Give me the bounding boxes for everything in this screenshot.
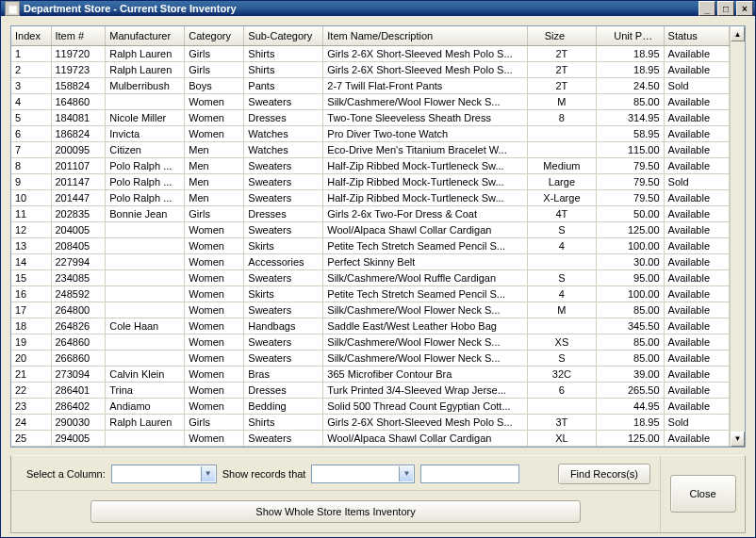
table-row[interactable]: 23286402AndiamoWomenBeddingSolid 500 Thr… <box>11 398 730 414</box>
cell[interactable]: 18.95 <box>597 414 664 430</box>
cell[interactable]: 290030 <box>51 414 106 430</box>
cell[interactable]: 294005 <box>51 430 106 446</box>
cell[interactable]: Dresses <box>244 205 323 221</box>
cell[interactable]: Women <box>185 93 244 109</box>
cell[interactable]: Trina <box>106 382 185 398</box>
cell[interactable]: Men <box>185 189 244 205</box>
cell[interactable]: Available <box>664 45 729 61</box>
cell[interactable] <box>106 237 185 253</box>
table-row[interactable]: 8201107Polo Ralph ...MenSweatersHalf-Zip… <box>11 157 730 173</box>
cell[interactable]: Saddle East/West Leather Hobo Bag <box>323 318 527 334</box>
cell[interactable]: Pants <box>244 77 323 93</box>
table-row[interactable]: 18264826Cole HaanWomenHandbagsSaddle Eas… <box>11 318 730 334</box>
cell[interactable]: M <box>527 302 597 318</box>
table-row[interactable]: 19264860WomenSweatersSilk/Cashmere/Wool … <box>11 334 730 350</box>
cell[interactable]: 286402 <box>51 398 106 414</box>
cell[interactable]: 5 <box>11 109 51 125</box>
cell[interactable]: Available <box>664 61 729 77</box>
cell[interactable]: XS <box>527 334 597 350</box>
cell[interactable]: 6 <box>11 125 51 141</box>
cell[interactable]: Silk/Cashmere/Wool Flower Neck S... <box>323 350 527 366</box>
cell[interactable]: Perfect Skinny Belt <box>323 253 527 269</box>
cell[interactable]: Available <box>664 430 729 446</box>
cell[interactable]: Available <box>664 318 729 334</box>
cell[interactable]: Wool/Alpaca Shawl Collar Cardigan <box>323 430 527 446</box>
cell[interactable]: Ralph Lauren <box>106 61 185 77</box>
cell[interactable]: Sold <box>664 414 729 430</box>
cell[interactable]: Girls <box>185 414 244 430</box>
cell[interactable]: 201147 <box>51 173 106 189</box>
cell[interactable]: 2T <box>527 45 597 61</box>
cell[interactable]: 3 <box>11 77 51 93</box>
cell[interactable]: 32C <box>527 366 597 382</box>
cell[interactable]: Boys <box>185 77 244 93</box>
cell[interactable]: Girls 2-6X Short-Sleeved Mesh Polo S... <box>323 414 527 430</box>
table-row[interactable]: 7200095CitizenMenWatchesEco-Drive Men's … <box>11 141 730 157</box>
cell[interactable]: S <box>527 269 597 285</box>
cell[interactable]: Girls <box>185 205 244 221</box>
cell[interactable]: X-Large <box>527 189 597 205</box>
cell[interactable]: 125.00 <box>597 430 664 446</box>
grid-header-row[interactable]: Index Item # Manufacturer Category Sub-C… <box>11 26 730 45</box>
cell[interactable] <box>106 93 185 109</box>
table-row[interactable]: 14227994WomenAccessoriesPerfect Skinny B… <box>11 253 730 269</box>
cell[interactable]: Turk Printed 3/4-Sleeved Wrap Jerse... <box>323 382 527 398</box>
vertical-scrollbar[interactable]: ▲ ▼ <box>730 26 745 447</box>
cell[interactable]: 286401 <box>51 382 106 398</box>
show-all-button[interactable]: Show Whole Store Items Inventory <box>90 500 581 523</box>
cell[interactable]: Women <box>185 237 244 253</box>
cell[interactable] <box>106 221 185 237</box>
cell[interactable]: Girls 2-6X Short-Sleeved Mesh Polo S... <box>323 61 527 77</box>
cell[interactable]: Available <box>664 93 729 109</box>
cell[interactable]: 79.50 <box>597 157 664 173</box>
cell[interactable]: Petite Tech Stretch Seamed Pencil S... <box>323 237 527 253</box>
cell[interactable]: 85.00 <box>597 350 664 366</box>
cell[interactable]: 50.00 <box>597 205 664 221</box>
cell[interactable]: 4 <box>527 237 597 253</box>
table-row[interactable]: 3158824MulberribushBoysPants2-7 Twill Fl… <box>11 77 730 93</box>
cell[interactable]: Sweaters <box>244 269 323 285</box>
cell[interactable]: Invicta <box>106 125 185 141</box>
cell[interactable]: Sweaters <box>244 334 323 350</box>
cell[interactable]: 24 <box>11 414 51 430</box>
cell[interactable]: Sold <box>664 77 729 93</box>
cell[interactable]: Men <box>185 141 244 157</box>
scroll-up-button[interactable]: ▲ <box>731 26 745 41</box>
cell[interactable]: 95.00 <box>597 269 664 285</box>
cell[interactable]: 248592 <box>51 285 106 302</box>
table-row[interactable]: 15234085WomenSweatersSilk/Cashmere/Wool … <box>11 269 730 285</box>
cell[interactable]: Available <box>664 157 729 173</box>
cell[interactable]: Women <box>185 285 244 302</box>
cell[interactable]: Silk/Cashmere/Wool Flower Neck S... <box>323 334 527 350</box>
cell[interactable]: Skirts <box>244 237 323 253</box>
table-row[interactable]: 25294005WomenSweatersWool/Alpaca Shawl C… <box>11 430 730 446</box>
cell[interactable]: Andiamo <box>106 398 185 414</box>
table-row[interactable]: 11202835Bonnie JeanGirlsDressesGirls 2-6… <box>11 205 730 221</box>
cell[interactable]: Available <box>664 382 729 398</box>
cell[interactable]: Women <box>185 398 244 414</box>
inventory-grid[interactable]: Index Item # Manufacturer Category Sub-C… <box>10 25 746 448</box>
cell[interactable]: 85.00 <box>597 93 664 109</box>
cell[interactable]: Polo Ralph ... <box>106 189 185 205</box>
cell[interactable]: 16 <box>11 285 51 302</box>
cell[interactable]: Medium <box>527 157 597 173</box>
cell[interactable]: 227994 <box>51 253 106 269</box>
cell[interactable]: 20 <box>11 350 51 366</box>
cell[interactable]: Sweaters <box>244 350 323 366</box>
cell[interactable]: 201447 <box>51 189 106 205</box>
cell[interactable]: Solid 500 Thread Count Egyptian Cott... <box>323 398 527 414</box>
cell[interactable]: 2 <box>11 61 51 77</box>
cell[interactable]: 204005 <box>51 221 106 237</box>
cell[interactable] <box>527 398 597 414</box>
cell[interactable]: 119723 <box>51 61 106 77</box>
cell[interactable]: 200095 <box>51 141 106 157</box>
cell[interactable]: Men <box>185 173 244 189</box>
cell[interactable]: Half-Zip Ribbed Mock-Turtleneck Sw... <box>323 173 527 189</box>
cell[interactable]: Women <box>185 366 244 382</box>
cell[interactable]: Polo Ralph ... <box>106 157 185 173</box>
cell[interactable]: Women <box>185 269 244 285</box>
cell[interactable] <box>106 350 185 366</box>
close-window-button[interactable]: × <box>736 1 753 16</box>
col-header-size[interactable]: Size <box>527 26 597 45</box>
cell[interactable]: Available <box>664 398 729 414</box>
